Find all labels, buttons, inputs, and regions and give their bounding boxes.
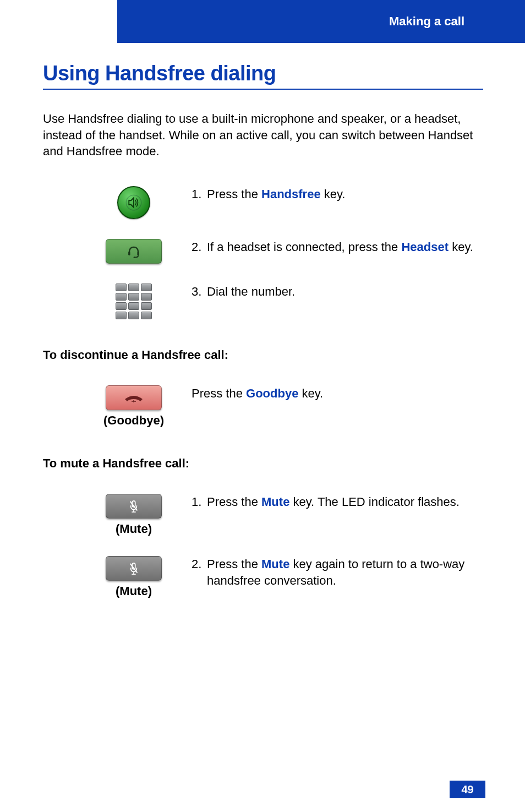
step-row: 3. Dial the number. bbox=[43, 284, 483, 319]
keypad-key bbox=[141, 293, 152, 301]
step-number: 2. bbox=[192, 556, 207, 588]
keypad-icon bbox=[116, 284, 152, 319]
icon-column: (Mute) bbox=[43, 556, 192, 598]
discontinue-heading: To discontinue a Handsfree call: bbox=[43, 348, 483, 362]
mute-caption: (Mute) bbox=[116, 584, 152, 598]
keypad-key bbox=[128, 302, 139, 310]
step-text-col: 1. Press the Handsfree key. bbox=[192, 186, 483, 203]
step-text-col: Press the Goodbye key. bbox=[192, 385, 483, 402]
step-row: (Mute) 1. Press the Mute key. The LED in… bbox=[43, 494, 483, 536]
keypad-key bbox=[116, 284, 127, 291]
keypad-key bbox=[128, 312, 139, 319]
step-pre: If a headset is connected, press the bbox=[207, 240, 401, 254]
step-text: Press the Handsfree key. bbox=[207, 186, 483, 203]
step-key: Handsfree bbox=[261, 187, 321, 201]
icon-column bbox=[43, 186, 192, 219]
step-pre: Press the bbox=[207, 495, 261, 509]
keypad-key bbox=[141, 284, 152, 291]
speaker-icon bbox=[125, 194, 142, 211]
step-post: key. The LED indicator flashes. bbox=[289, 495, 460, 509]
step-key: Goodbye bbox=[246, 386, 298, 400]
keypad-key bbox=[141, 312, 152, 319]
step-key: Mute bbox=[261, 495, 289, 509]
svg-point-3 bbox=[134, 257, 135, 258]
step-post: key. bbox=[321, 187, 346, 201]
content-area: Using Handsfree dialing Use Handsfree di… bbox=[43, 62, 483, 618]
headset-icon bbox=[126, 244, 141, 259]
step-row: (Mute) 2. Press the Mute key again to re… bbox=[43, 556, 483, 598]
step-number: 1. bbox=[192, 186, 207, 203]
goodbye-caption: (Goodbye) bbox=[103, 413, 164, 428]
step-text-col: 3. Dial the number. bbox=[192, 284, 483, 300]
svg-rect-1 bbox=[128, 252, 130, 255]
page-number: 49 bbox=[450, 781, 485, 798]
step-row: (Goodbye) Press the Goodbye key. bbox=[43, 385, 483, 428]
page: Making a call Using Handsfree dialing Us… bbox=[0, 0, 525, 812]
header-bar: Making a call bbox=[117, 0, 525, 43]
keypad-key bbox=[116, 302, 127, 310]
icon-column: (Mute) bbox=[43, 494, 192, 536]
mute-caption: (Mute) bbox=[116, 522, 152, 536]
step-text: If a headset is connected, press the Hea… bbox=[207, 239, 483, 255]
icon-column bbox=[43, 284, 192, 319]
svg-rect-2 bbox=[137, 252, 139, 255]
keypad-key bbox=[128, 284, 139, 291]
mute-key-icon bbox=[106, 494, 162, 519]
page-title: Using Handsfree dialing bbox=[43, 62, 483, 90]
step-text-col: 2. Press the Mute key again to return to… bbox=[192, 556, 483, 588]
step-text: Press the Mute key again to return to a … bbox=[207, 556, 483, 588]
step-key: Mute bbox=[261, 557, 289, 571]
step-number: 3. bbox=[192, 284, 207, 300]
mute-icon bbox=[128, 499, 140, 514]
keypad-key bbox=[116, 293, 127, 301]
icon-column bbox=[43, 239, 192, 264]
step-text: Press the Goodbye key. bbox=[192, 385, 483, 402]
step-text: Dial the number. bbox=[207, 284, 483, 300]
step-pre: Dial the number. bbox=[207, 285, 295, 298]
keypad-key bbox=[141, 302, 152, 310]
intro-text: Use Handsfree dialing to use a built-in … bbox=[43, 111, 483, 160]
step-text-col: 1. Press the Mute key. The LED indicator… bbox=[192, 494, 483, 510]
goodbye-key-icon bbox=[106, 385, 162, 410]
step-number: 2. bbox=[192, 239, 207, 255]
mute-key-icon bbox=[106, 556, 162, 581]
step-text: Press the Mute key. The LED indicator fl… bbox=[207, 494, 483, 510]
step-pre: Press the bbox=[192, 386, 246, 400]
step-row: 1. Press the Handsfree key. bbox=[43, 186, 483, 219]
mute-icon bbox=[128, 562, 140, 576]
step-pre: Press the bbox=[207, 557, 261, 571]
handsfree-key-icon bbox=[117, 186, 150, 219]
keypad-key bbox=[116, 312, 127, 319]
step-number: 1. bbox=[192, 494, 207, 510]
handset-down-icon bbox=[122, 391, 146, 405]
step-key: Headset bbox=[401, 240, 449, 254]
step-text-col: 2. If a headset is connected, press the … bbox=[192, 239, 483, 255]
mute-heading: To mute a Handsfree call: bbox=[43, 456, 483, 471]
keypad-key bbox=[128, 293, 139, 301]
step-post: key. bbox=[449, 240, 473, 254]
headset-key-icon bbox=[106, 239, 162, 264]
step-pre: Press the bbox=[207, 187, 261, 201]
icon-column: (Goodbye) bbox=[43, 385, 192, 428]
step-row: 2. If a headset is connected, press the … bbox=[43, 239, 483, 264]
step-post: key. bbox=[298, 386, 323, 400]
header-section: Making a call bbox=[389, 14, 464, 29]
